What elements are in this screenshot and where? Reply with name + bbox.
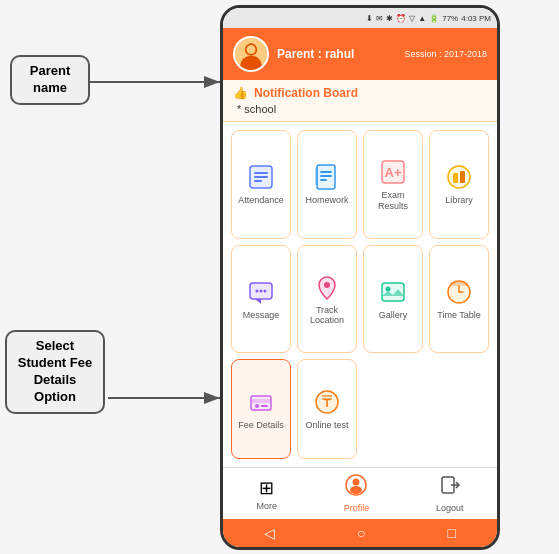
svg-point-19 [448,166,470,188]
parent-name: Parent : rahul [277,47,354,61]
exam-label: Exam Results [366,190,420,212]
svg-point-29 [386,286,391,291]
back-button[interactable]: ◁ [264,525,275,541]
fee-label: Fee Details [238,420,284,431]
home-button[interactable]: ○ [357,525,365,541]
track-label: Track Location [300,305,354,327]
bottom-nav: ⊞ More Profile Logout [223,467,497,519]
arrow-parent-name [88,72,228,92]
annotation-parent-name: Parent name [10,55,90,105]
arrow-fee-details [108,388,228,408]
svg-rect-10 [254,176,268,178]
time-display: 4:03 PM [461,14,491,23]
annotation-parent-label: Parent name [30,63,70,95]
wifi-icon: ▽ [409,14,415,23]
annotation-fee-details: Select Student Fee Details Option [5,330,105,414]
menu-item-gallery[interactable]: Gallery [363,245,423,354]
library-label: Library [445,195,473,206]
avatar [233,36,269,72]
attendance-icon [246,162,276,192]
svg-rect-28 [382,283,404,301]
menu-item-fee[interactable]: Fee Details [231,359,291,459]
logout-icon [439,474,461,501]
svg-point-7 [247,45,256,54]
track-icon [312,272,342,302]
timetable-icon [444,277,474,307]
bluetooth-icon: ✱ [386,14,393,23]
fee-icon [246,387,276,417]
menu-item-message[interactable]: Message [231,245,291,354]
svg-point-36 [255,404,259,408]
app-header: Parent : rahul Session : 2017-2018 [223,28,497,80]
svg-rect-16 [315,167,318,185]
notification-item-0: * school [233,103,487,115]
android-nav-bar: ◁ ○ □ [223,519,497,547]
battery-icon: 🔋 [429,14,439,23]
library-icon [444,162,474,192]
menu-item-attendance[interactable]: Attendance [231,130,291,239]
annotation-fee-label: Select Student Fee Details Option [18,338,92,404]
signal-icon: ▲ [418,14,426,23]
notification-icon: 👍 [233,86,248,100]
menu-item-timetable[interactable]: Time Table [429,245,489,354]
svg-rect-35 [251,399,271,403]
svg-point-26 [264,289,267,292]
menu-item-homework[interactable]: Homework [297,130,357,239]
menu-item-exam[interactable]: A+ Exam Results [363,130,423,239]
session-info: Session : 2017-2018 [404,49,487,59]
homework-label: Homework [305,195,348,206]
gallery-icon [378,277,408,307]
status-bar: ⬇ ✉ ✱ ⏰ ▽ ▲ 🔋 77% 4:03 PM [223,8,497,28]
homework-icon [312,162,342,192]
profile-label: Profile [344,503,370,513]
svg-point-27 [324,282,330,288]
status-icons: ⬇ ✉ ✱ ⏰ ▽ ▲ 🔋 77% 4:03 PM [366,14,491,23]
svg-point-43 [353,479,360,486]
header-left: Parent : rahul [233,36,354,72]
more-label: More [256,501,277,511]
session-label: Session : 2017-2018 [404,49,487,59]
notification-title-text: Notification Board [254,86,358,100]
profile-icon [345,474,367,501]
phone-frame: ⬇ ✉ ✱ ⏰ ▽ ▲ 🔋 77% 4:03 PM [220,5,500,550]
alarm-icon: ⏰ [396,14,406,23]
svg-point-24 [256,289,259,292]
message-label: Message [243,310,280,321]
avatar-svg [235,36,267,72]
nav-profile[interactable]: Profile [344,474,370,513]
online-label: Online test [305,420,348,431]
svg-rect-37 [261,405,268,407]
svg-point-44 [350,486,362,494]
parent-info: Parent : rahul [277,47,354,61]
download-icon: ⬇ [366,14,373,23]
attendance-label: Attendance [238,195,284,206]
svg-rect-33 [450,282,468,286]
message-icon [246,277,276,307]
svg-rect-15 [320,179,327,181]
nav-logout[interactable]: Logout [436,474,464,513]
nav-more[interactable]: ⊞ More [256,477,277,511]
logout-label: Logout [436,503,464,513]
menu-item-library[interactable]: Library [429,130,489,239]
message-status-icon: ✉ [376,14,383,23]
svg-text:A+: A+ [385,165,402,180]
svg-rect-20 [453,173,458,183]
svg-rect-13 [320,171,332,173]
recent-button[interactable]: □ [448,525,456,541]
menu-grid: Attendance Homework A+ Exam Results Libr… [223,122,497,467]
gallery-label: Gallery [379,310,408,321]
menu-item-online[interactable]: T Online test [297,359,357,459]
menu-item-track[interactable]: Track Location [297,245,357,354]
svg-rect-14 [320,175,332,177]
notification-board: 👍 Notification Board * school [223,80,497,122]
svg-point-25 [260,289,263,292]
svg-rect-9 [254,172,268,174]
outer-container: Parent name Select Student Fee Details O… [0,0,559,554]
timetable-label: Time Table [437,310,481,321]
svg-rect-11 [254,180,262,182]
svg-rect-21 [460,171,465,183]
battery-percent: 77% [442,14,458,23]
online-icon: T [312,387,342,417]
exam-icon: A+ [378,157,408,187]
notification-title: 👍 Notification Board [233,86,487,100]
